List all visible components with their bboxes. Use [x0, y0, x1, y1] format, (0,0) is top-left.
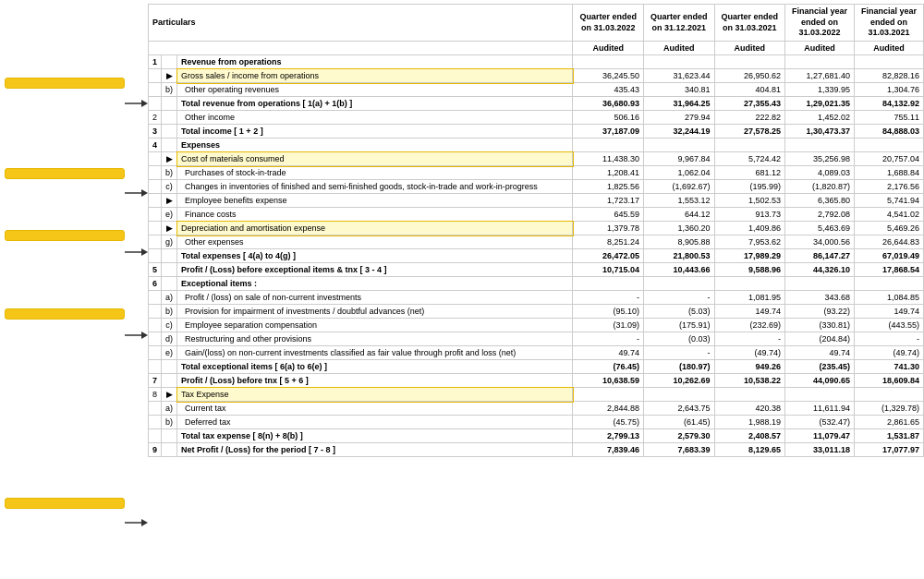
cell-value [714, 388, 785, 402]
cell-value: (330.81) [785, 319, 855, 332]
row-alpha: d) [162, 332, 177, 346]
cell-value: (1,692.67) [644, 180, 715, 194]
row-label: Other expenses [177, 235, 573, 249]
row-label: Revenue from operations [177, 55, 573, 69]
row-label: Total tax expense [ 8(n) + 8(b) ] [177, 429, 573, 443]
row-label: Current tax [177, 402, 573, 416]
cell-value: 420.38 [714, 402, 785, 416]
cell-value: (0.03) [644, 332, 715, 346]
arrow-2 [125, 188, 148, 198]
row-arrow: ▶ [162, 222, 177, 235]
cell-value: (195.99) [714, 180, 785, 194]
cell-value: 913.73 [714, 208, 785, 222]
cell-value: 9,588.96 [714, 263, 785, 277]
row-label: Gross sales / income from operations [177, 69, 573, 83]
cell-value [573, 388, 644, 402]
cell-value: (204.84) [785, 332, 855, 346]
cell-value: 11,079.47 [785, 429, 855, 443]
row-alpha [162, 249, 177, 263]
cell-value: 340.81 [644, 83, 715, 97]
cell-value: 11,438.30 [573, 152, 644, 166]
cell-value: 343.68 [785, 291, 855, 305]
row-alpha [162, 55, 177, 69]
cell-value: 6,365.80 [785, 194, 855, 208]
row-alpha: a) [162, 291, 177, 305]
cell-value: 5,463.69 [785, 222, 855, 235]
cell-value: (175.91) [644, 319, 715, 332]
arrow-3 [125, 247, 148, 257]
cell-value: 2,861.65 [855, 416, 924, 429]
cell-value: 36,680.93 [573, 97, 644, 111]
cell-value: 84,132.92 [855, 97, 924, 111]
row-label: Other operating revenues [177, 83, 573, 97]
row-arrow: ▶ [162, 69, 177, 83]
cell-value: 7,839.46 [573, 443, 644, 457]
cell-value: 8,251.24 [573, 235, 644, 249]
cell-value [714, 277, 785, 291]
cell-value [785, 55, 855, 69]
row-label: Other income [177, 111, 573, 125]
cell-value: 26,644.83 [855, 235, 924, 249]
cell-value: 1,208.41 [573, 166, 644, 180]
cell-value: 35,256.98 [785, 152, 855, 166]
cell-value: 279.94 [644, 111, 715, 125]
cell-value: 33,011.18 [785, 443, 855, 457]
cell-value [855, 388, 924, 402]
row-num [149, 97, 162, 111]
financial-table: Particulars Quarter endedon 31.03.2022 Q… [148, 4, 924, 457]
cell-value: (49.74) [855, 346, 924, 360]
row-label: Cost of materials consumed [177, 152, 573, 166]
cell-value: - [644, 291, 715, 305]
cell-value: - [644, 346, 715, 360]
cell-value: 10,538.22 [714, 374, 785, 388]
cell-value: 741.30 [855, 360, 924, 374]
cell-value: 31,964.25 [644, 97, 715, 111]
row-alpha [162, 443, 177, 457]
cell-value: 86,147.27 [785, 249, 855, 263]
cell-value: 11,611.94 [785, 402, 855, 416]
cell-value [785, 139, 855, 152]
cell-value: - [573, 332, 644, 346]
cell-value: 2,176.56 [855, 180, 924, 194]
audit-q-dec21: Audited [644, 42, 715, 55]
cell-value [644, 277, 715, 291]
row-label: Gain/(loss) on non-current investments c… [177, 346, 573, 360]
cell-value [573, 139, 644, 152]
cell-value: (76.45) [573, 360, 644, 374]
row-label: Finance costs [177, 208, 573, 222]
row-arrow: ▶ [162, 152, 177, 166]
cell-value [855, 55, 924, 69]
cell-value: 21,800.53 [644, 249, 715, 263]
cell-value: 1,409.86 [714, 222, 785, 235]
row-alpha [162, 277, 177, 291]
row-num [149, 305, 162, 319]
row-alpha [162, 360, 177, 374]
row-num [149, 69, 162, 83]
row-label: Profit / (loss) on sale of non-current i… [177, 291, 573, 305]
cell-value: (95.10) [573, 305, 644, 319]
row-label: Total exceptional items [ 6(a) to 6(e) ] [177, 360, 573, 374]
row-num [149, 222, 162, 235]
row-num: 5 [149, 263, 162, 277]
col-particulars: Particulars [149, 5, 573, 42]
cell-value: (1,329.78) [855, 402, 924, 416]
cell-value: - [855, 332, 924, 346]
cell-value: (532.47) [785, 416, 855, 429]
row-label: Expenses [177, 139, 573, 152]
cell-value: 2,799.13 [573, 429, 644, 443]
row-alpha: b) [162, 305, 177, 319]
annotation-per-unit [5, 78, 125, 89]
cell-value: 2,844.88 [573, 402, 644, 416]
row-label: Depreciation and amortisation expense [177, 222, 573, 235]
cell-value [714, 55, 785, 69]
row-alpha [162, 97, 177, 111]
row-num: 6 [149, 277, 162, 291]
cell-value: 32,244.19 [644, 125, 715, 139]
row-alpha [162, 111, 177, 125]
row-num [149, 429, 162, 443]
cell-value [855, 277, 924, 291]
svg-marker-5 [141, 248, 148, 256]
row-arrow: ▶ [162, 388, 177, 402]
row-num: 9 [149, 443, 162, 457]
cell-value [644, 139, 715, 152]
